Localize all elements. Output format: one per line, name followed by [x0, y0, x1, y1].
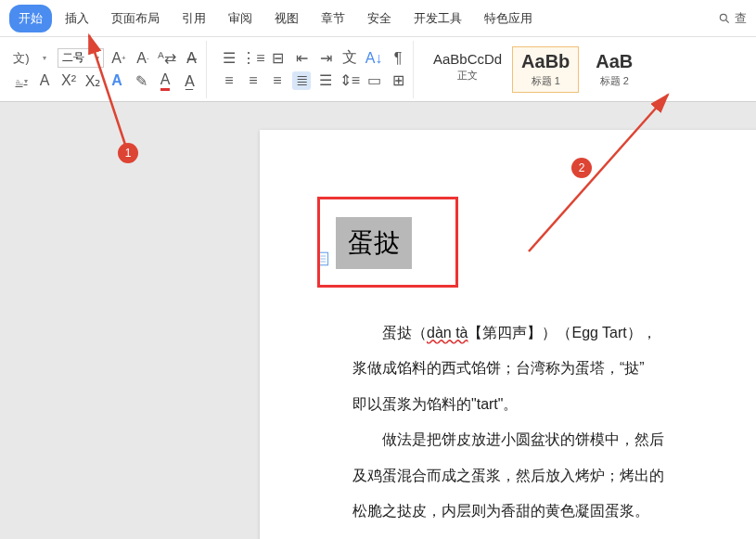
para2: 浆做成馅料的西式馅饼；台湾称为蛋塔，“挞” [352, 351, 724, 386]
menu-view[interactable]: 视图 [265, 5, 308, 32]
p1-bracket: 【第四声】 [468, 325, 542, 340]
doc-body[interactable]: 蛋挞（dàn tà【第四声】）（Egg Tart）， 浆做成馅料的西式馅饼；台湾… [352, 315, 724, 529]
font-family-dropdown-icon[interactable] [35, 50, 52, 67]
style-body[interactable]: AaBbCcDd 正文 [425, 46, 510, 93]
menu-search[interactable]: 查 [718, 10, 747, 27]
show-marks-icon[interactable]: ¶ [389, 49, 407, 68]
style-heading2[interactable]: AaB 标题 2 [581, 46, 647, 93]
menu-insert[interactable]: 插入 [56, 5, 98, 32]
highlight-icon[interactable]: ✎ [132, 71, 150, 90]
style-h2-preview: AaB [589, 51, 639, 72]
line-spacing-icon[interactable]: ⇕≡ [340, 71, 359, 90]
decrease-indent-icon[interactable]: ⇤ [292, 49, 311, 68]
underline-icon[interactable]: ⎁ [13, 72, 30, 89]
style-h1-preview: AaBb [520, 51, 570, 72]
justify-icon[interactable]: ≣ [292, 71, 311, 90]
align-left-icon[interactable]: ≡ [220, 71, 238, 90]
menu-special[interactable]: 特色应用 [475, 5, 542, 32]
style-body-preview: AaBbCcDd [433, 51, 502, 67]
shading-icon[interactable]: ▭ [365, 71, 383, 90]
p1d: ）（Egg Tart）， [542, 325, 656, 340]
style-h2-name: 标题 2 [589, 74, 639, 88]
align-right-icon[interactable]: ≡ [268, 71, 287, 90]
ribbon-font-group: 文) 二号 A+ A- ᴬ⇄ A̶ ⎁ A X² X₂ A ✎ A A̲ [7, 41, 207, 98]
svg-point-0 [720, 14, 726, 20]
search-icon [718, 12, 731, 25]
para3: 即以蛋浆为馅料的"tart"。 [352, 387, 724, 422]
change-case-icon[interactable]: ᴬ⇄ [158, 49, 176, 68]
subscript-icon[interactable]: X₂ [83, 71, 102, 90]
increase-font-icon[interactable]: A+ [109, 49, 128, 68]
svg-line-1 [726, 19, 729, 22]
style-h1-name: 标题 1 [520, 74, 570, 88]
borders-icon[interactable]: ⊞ [389, 71, 407, 90]
sort-icon[interactable]: A↓ [365, 49, 383, 68]
increase-indent-icon[interactable]: ⇥ [316, 49, 335, 68]
strike-icon[interactable]: A [35, 71, 54, 90]
menu-references[interactable]: 引用 [173, 5, 215, 32]
font-color-icon[interactable]: A [156, 71, 174, 90]
para6: 松脆之挞皮，内层则为香甜的黄色凝固蛋浆。 [352, 494, 724, 529]
search-label: 查 [735, 10, 747, 27]
clear-format-icon[interactable]: A̶ [182, 49, 200, 68]
style-body-name: 正文 [433, 69, 502, 83]
bullets-icon[interactable]: ☰ [220, 49, 238, 68]
style-gallery: AaBbCcDd 正文 AaBb 标题 1 AaB 标题 2 [425, 46, 647, 93]
para5: 及鸡蛋混合而成之蛋浆，然后放入烤炉；烤出的 [352, 458, 724, 494]
menu-review[interactable]: 审阅 [219, 5, 262, 32]
char-shading-icon[interactable]: A̲ [180, 71, 199, 90]
font-family-label: 文) [13, 50, 30, 67]
font-size-select[interactable]: 二号 [58, 48, 104, 68]
ribbon-paragraph-group: ☰ ⋮≡ ⊟ ⇤ ⇥ 文 A↓ ¶ ≡ ≡ ≡ ≣ ☰ ⇕≡ ▭ ⊞ [214, 41, 414, 98]
align-center-icon[interactable]: ≡ [244, 71, 263, 90]
decrease-font-icon[interactable]: A- [134, 49, 152, 68]
distribute-icon[interactable]: ☰ [316, 71, 335, 90]
menu-start[interactable]: 开始 [9, 5, 52, 32]
ribbon: 文) 二号 A+ A- ᴬ⇄ A̶ ⎁ A X² X₂ A ✎ A A̲ ☰ ⋮… [0, 37, 756, 102]
document-area: 蛋挞 蛋挞（dàn tà【第四声】）（Egg Tart）， 浆做成馅料的西式馅饼… [0, 102, 756, 539]
annotation-marker-1: 1 [118, 143, 138, 163]
para4: 做法是把饼皮放进小圆盆状的饼模中，然后 [352, 422, 724, 457]
doc-title-selected[interactable]: 蛋挞 [336, 217, 412, 269]
menu-dev-tools[interactable]: 开发工具 [404, 5, 471, 32]
superscript-icon[interactable]: X² [59, 71, 78, 90]
para1: 蛋挞（dàn tà【第四声】）（Egg Tart）， [352, 315, 724, 351]
p1-pinyin: dàn tà [427, 325, 468, 340]
page[interactable]: 蛋挞 蛋挞（dàn tà【第四声】）（Egg Tart）， 浆做成馅料的西式馅饼… [260, 130, 756, 539]
menu-security[interactable]: 安全 [358, 5, 401, 32]
multilevel-icon[interactable]: ⊟ [268, 49, 287, 68]
numbering-icon[interactable]: ⋮≡ [244, 49, 263, 68]
text-effects-icon[interactable]: A [108, 71, 126, 90]
style-heading1[interactable]: AaBb 标题 1 [512, 46, 579, 93]
menu-page-layout[interactable]: 页面布局 [102, 5, 169, 32]
menu-bar: 开始 插入 页面布局 引用 审阅 视图 章节 安全 开发工具 特色应用 查 [0, 0, 756, 37]
text-direction-icon[interactable]: 文 [340, 49, 359, 68]
menu-chapter[interactable]: 章节 [312, 5, 354, 32]
p1a: 蛋挞（ [382, 325, 427, 340]
annotation-marker-2: 2 [571, 158, 592, 178]
